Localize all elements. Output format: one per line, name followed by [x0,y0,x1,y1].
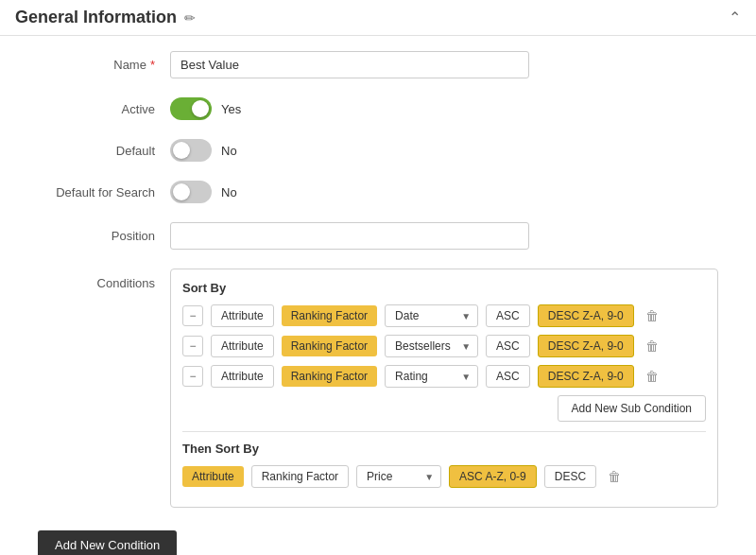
ranking-tag-2: Ranking Factor [282,336,377,356]
desc-btn-3[interactable]: DESC Z-A, 9-0 [538,365,634,388]
default-search-row: Default for Search No [38,181,718,203]
default-toggle[interactable] [170,139,212,162]
attr-tag-3: Attribute [211,365,274,388]
position-row: Position [38,222,718,250]
form-body: Name* Active Yes Default No Default for … [0,36,756,555]
select-wrap-1: Date Bestsellers Rating Price ▼ [385,304,478,327]
edit-icon[interactable]: ✏ [184,10,196,26]
asc-btn-2[interactable]: ASC [486,335,530,357]
then-sort-divider [182,431,706,432]
page-header: General Information ✏ ⌃ [0,0,756,36]
active-label: Active [38,102,170,116]
default-label: Default [38,144,170,158]
then-sort-by-label: Then Sort By [182,442,706,456]
conditions-label: Conditions [38,269,170,508]
sort-by-label: Sort By [182,281,706,295]
position-input[interactable] [170,222,529,250]
active-row: Active Yes [38,97,718,120]
default-toggle-slider [170,139,212,162]
active-toggle-wrapper: Yes [170,97,241,120]
default-row: Default No [38,139,718,162]
collapse-icon[interactable]: ⌃ [729,9,741,26]
desc-btn-1[interactable]: DESC Z-A, 9-0 [538,304,634,327]
toggle-slider [170,97,212,120]
name-row: Name* [38,51,718,78]
asc-btn-1[interactable]: ASC [486,304,530,327]
delete-btn-1[interactable]: 🗑 [642,304,662,327]
collapse-row-btn-1[interactable]: − [182,305,203,326]
active-toggle[interactable] [170,97,212,120]
asc-btn-then-1[interactable]: ASC A-Z, 0-9 [449,465,537,488]
select-wrap-3: Date Bestsellers Rating Price ▼ [385,365,478,388]
name-label: Name* [38,58,170,72]
collapse-row-btn-2[interactable]: − [182,336,203,356]
sort-select-3[interactable]: Date Bestsellers Rating Price [385,365,478,388]
default-toggle-wrapper: No [170,139,237,162]
add-sub-condition-button[interactable]: Add New Sub Condition [558,395,706,422]
delete-btn-3[interactable]: 🗑 [642,365,662,388]
select-wrap-then-1: Price Date Name ▼ [356,465,441,488]
ranking-tag-3: Ranking Factor [282,366,377,387]
position-label: Position [38,229,170,243]
asc-btn-3[interactable]: ASC [486,365,530,388]
select-wrap-2: Date Bestsellers Rating Price ▼ [385,335,478,357]
sort-select-2[interactable]: Date Bestsellers Rating Price [385,335,478,357]
table-row: Attribute Ranking Factor Price Date Name… [182,465,706,488]
ranking-tag-then-1: Ranking Factor [251,465,349,488]
default-search-toggle[interactable] [170,181,212,203]
default-value: No [221,144,237,158]
conditions-section: Conditions Sort By − Attribute Ranking F… [38,269,718,508]
sort-select-then-1[interactable]: Price Date Name [356,465,441,488]
delete-btn-2[interactable]: 🗑 [642,335,662,357]
default-search-toggle-slider [170,181,212,203]
desc-btn-then-1[interactable]: DESC [544,465,596,488]
active-value: Yes [221,102,241,116]
table-row: − Attribute Ranking Factor Date Bestsell… [182,335,706,357]
add-new-condition-button[interactable]: Add New Condition [38,530,177,555]
conditions-box: Sort By − Attribute Ranking Factor Date … [170,269,718,508]
attr-tag-then-1: Attribute [182,466,244,487]
table-row: − Attribute Ranking Factor Date Bestsell… [182,365,706,388]
attr-tag-1: Attribute [211,304,274,327]
default-search-label: Default for Search [38,185,170,199]
delete-btn-then-1[interactable]: 🗑 [604,465,625,488]
default-search-value: No [221,185,237,199]
page-title: General Information [15,8,177,27]
attr-tag-2: Attribute [211,335,274,357]
sort-select-1[interactable]: Date Bestsellers Rating Price [385,304,478,327]
default-search-toggle-wrapper: No [170,181,237,203]
name-input[interactable] [170,51,529,78]
table-row: − Attribute Ranking Factor Date Bestsell… [182,304,706,327]
ranking-tag-1: Ranking Factor [282,305,377,326]
collapse-row-btn-3[interactable]: − [182,366,203,387]
desc-btn-2[interactable]: DESC Z-A, 9-0 [538,335,634,357]
header-left: General Information ✏ [15,8,196,27]
